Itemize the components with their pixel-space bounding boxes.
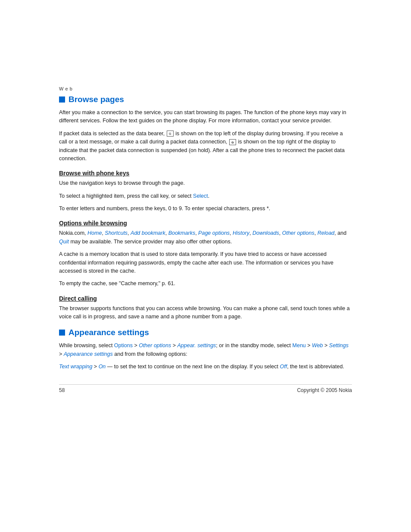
quit-link[interactable]: Quit [59, 239, 69, 245]
footer: 58 Copyright © 2005 Nokia [59, 384, 352, 393]
settings-link[interactable]: Settings [329, 342, 349, 348]
footer-copyright: Copyright © 2005 Nokia [297, 387, 352, 393]
appearance-settings-para1: While browsing, select Options > Other o… [59, 342, 352, 358]
page-options-link[interactable]: Page options [198, 230, 230, 236]
browse-pages-heading: Browse pages [59, 95, 352, 104]
appearance-settings-nav-link[interactable]: Appearance settings [64, 351, 113, 357]
options-link[interactable]: Options [114, 342, 133, 348]
browse-phone-keys-section: Browse with phone keys Use the navigatio… [59, 170, 352, 213]
on-link[interactable]: On [99, 364, 106, 370]
appearance-settings-title: Appearance settings [68, 328, 149, 337]
footer-page-number: 58 [59, 387, 65, 393]
other-options-link[interactable]: Other options [282, 230, 314, 236]
direct-calling-section: Direct calling The browser supports func… [59, 295, 352, 321]
off-link[interactable]: Off [280, 364, 287, 370]
appearance-settings-section: While browsing, select Options > Other o… [59, 342, 352, 371]
text-wrapping-link[interactable]: Text wrapping [59, 364, 92, 370]
page-container: W e b Browse pages After you make a conn… [0, 0, 411, 532]
appearance-settings-para2: Text wrapping > On — to set the text to … [59, 363, 352, 371]
web-link[interactable]: Web [312, 342, 323, 348]
downloads-link[interactable]: Downloads [252, 230, 279, 236]
content-area: W e b Browse pages After you make a conn… [55, 0, 356, 436]
reload-link[interactable]: Reload [318, 230, 335, 236]
direct-calling-heading: Direct calling [59, 295, 352, 302]
browse-phone-keys-heading: Browse with phone keys [59, 170, 352, 177]
browse-pages-para2-start: If packet data is selected as the data b… [59, 131, 165, 137]
blue-square-icon [59, 96, 65, 103]
add-bookmark-link[interactable]: Add bookmark [131, 230, 165, 236]
menu-link[interactable]: Menu [293, 342, 306, 348]
options-browsing-section: Options while browsing Nokia.com, Home, … [59, 220, 352, 288]
blue-square-appearance-icon [59, 330, 65, 336]
options-browsing-para1-end: may be available. The service provider m… [69, 239, 232, 245]
browse-pages-para1: After you make a connection to the servi… [59, 109, 352, 125]
appearance-settings-heading-block: Appearance settings [59, 328, 352, 337]
options-browsing-para2: A cache is a memory location that is use… [59, 250, 352, 275]
packet-data-icon: G [167, 131, 174, 137]
browse-pages-title: Browse pages [68, 95, 124, 104]
appear-settings-link[interactable]: Appear. settings [177, 342, 216, 348]
section-label: W e b [59, 86, 352, 91]
other-options-appearance-link[interactable]: Other options [139, 342, 171, 348]
browse-phone-keys-para2: To select a highlighted item, press the … [59, 192, 352, 200]
options-browsing-para1: Nokia.com, Home, Shortcuts, Add bookmark… [59, 229, 352, 246]
bookmarks-link[interactable]: Bookmarks [168, 230, 196, 236]
browse-phone-keys-para1: Use the navigation keys to browse throug… [59, 179, 352, 187]
while-browsing-text: While browsing, select [59, 342, 114, 348]
browse-phone-keys-para3: To enter letters and numbers, press the … [59, 205, 352, 213]
network-crossed-icon: G [229, 139, 236, 145]
nokia-com-text: Nokia.com, [59, 230, 87, 236]
direct-calling-para1: The browser supports functions that you … [59, 305, 352, 321]
browse-phone-keys-para2-start: To select a highlighted item, press the … [59, 193, 192, 199]
home-link[interactable]: Home [87, 230, 102, 236]
select-link[interactable]: Select [193, 193, 208, 199]
options-browsing-heading: Options while browsing [59, 220, 352, 227]
options-browsing-para3: To empty the cache, see "Cache memory," … [59, 280, 352, 288]
browse-pages-para2: If packet data is selected as the data b… [59, 130, 352, 163]
shortcuts-link[interactable]: Shortcuts [105, 230, 128, 236]
browse-pages-section: After you make a connection to the servi… [59, 109, 352, 163]
history-link[interactable]: History [233, 230, 249, 236]
